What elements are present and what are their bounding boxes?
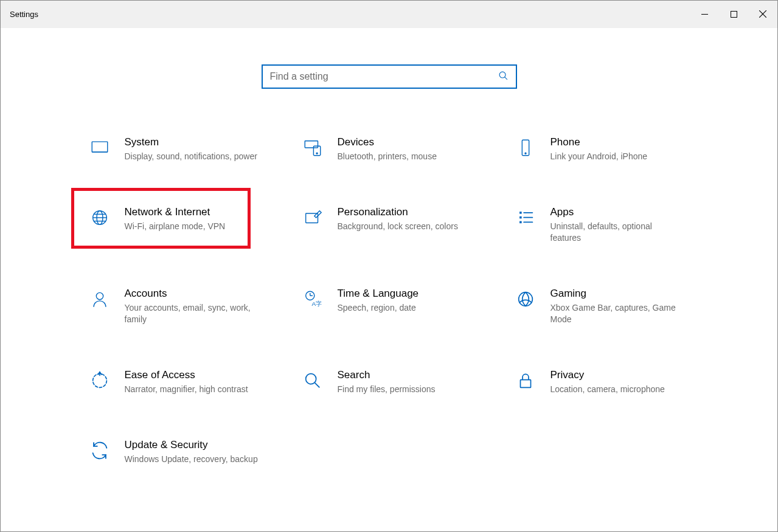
svg-point-34 [305,374,316,384]
tile-desc: Windows Update, recovery, backup [125,454,258,466]
update-icon [88,439,111,462]
svg-rect-25 [519,221,522,223]
tile-title: System [125,136,257,148]
tile-desc: Wi-Fi, airplane mode, VPN [125,221,226,233]
system-icon [88,136,111,159]
svg-rect-1 [731,11,737,17]
search-container [1,64,777,89]
search-input[interactable] [270,71,498,82]
tile-desc: Location, camera, microphone [551,384,665,396]
tile-search[interactable]: Search Find my files, permissions [295,364,484,401]
svg-line-5 [504,77,507,79]
svg-rect-23 [519,216,522,218]
tile-title: Gaming [551,288,684,300]
close-button[interactable] [748,1,777,27]
svg-point-4 [499,72,505,78]
titlebar: Settings [1,1,777,28]
svg-point-32 [518,292,532,306]
svg-rect-6 [92,142,108,152]
tile-title: Update & Security [125,439,258,451]
tile-update-security[interactable]: Update & Security Windows Update, recove… [82,434,271,471]
tile-title: Ease of Access [125,369,248,381]
tile-phone[interactable]: Phone Link your Android, iPhone [508,131,696,168]
globe-icon [88,206,111,229]
svg-rect-36 [520,380,530,388]
tile-desc: Speech, region, date [338,302,419,314]
phone-icon [514,136,537,159]
apps-icon [514,206,537,229]
tile-desc: Find my files, permissions [338,384,436,396]
tile-gaming[interactable]: Gaming Xbox Game Bar, captures, Game Mod… [508,283,696,331]
tile-devices[interactable]: Devices Bluetooth, printers, mouse [295,131,484,168]
tile-privacy[interactable]: Privacy Location, camera, microphone [508,364,696,401]
tile-title: Phone [551,136,648,148]
tile-title: Time & Language [338,288,419,300]
tile-time-language[interactable]: A字 Time & Language Speech, region, date [295,283,484,331]
tile-desc: Bluetooth, printers, mouse [338,151,437,163]
gaming-icon [514,288,537,311]
tile-title: Personalization [338,206,458,218]
tile-title: Accounts [125,288,259,300]
tile-title: Privacy [551,369,665,381]
search-box[interactable] [262,64,517,89]
tile-system[interactable]: System Display, sound, notifications, po… [82,131,271,168]
tile-accounts[interactable]: Accounts Your accounts, email, sync, wor… [82,283,271,331]
tile-title: Network & Internet [125,206,226,218]
tile-network-internet[interactable]: Network & Internet Wi-Fi, airplane mode,… [82,201,271,249]
tile-desc: Display, sound, notifications, power [125,151,257,163]
tile-personalization[interactable]: Personalization Background, lock screen,… [295,201,484,249]
search-icon [498,71,509,83]
tile-desc: Xbox Game Bar, captures, Game Mode [551,302,684,326]
svg-rect-8 [305,141,318,148]
search-category-icon [301,369,324,392]
settings-window: Settings [0,0,778,532]
minimize-button[interactable] [690,1,719,27]
svg-point-14 [525,153,526,154]
svg-rect-21 [519,212,522,214]
tile-apps[interactable]: Apps Uninstall, defaults, optional featu… [508,201,696,249]
maximize-button[interactable] [719,1,748,27]
window-title: Settings [10,10,38,19]
svg-point-12 [316,153,318,154]
content-area: System Display, sound, notifications, po… [1,28,777,531]
tile-desc: Background, lock screen, colors [338,221,458,233]
tile-ease-of-access[interactable]: Ease of Access Narrator, magnifier, high… [82,364,271,401]
tile-desc: Narrator, magnifier, high contrast [125,384,248,396]
ease-of-access-icon [88,369,111,392]
tile-title: Search [338,369,436,381]
devices-icon [301,136,324,159]
svg-point-27 [96,292,103,299]
svg-text:A字: A字 [311,300,322,307]
accounts-icon [88,288,111,311]
category-grid: System Display, sound, notifications, po… [82,131,696,470]
time-language-icon: A字 [301,288,324,311]
tile-desc: Uninstall, defaults, optional features [551,221,684,244]
window-controls [690,1,777,27]
svg-line-35 [314,383,319,388]
lock-icon [514,369,537,392]
personalization-icon [301,206,324,229]
tile-desc: Your accounts, email, sync, work, family [125,302,259,326]
tile-desc: Link your Android, iPhone [551,151,648,163]
tile-title: Apps [551,206,684,218]
tile-title: Devices [338,136,437,148]
